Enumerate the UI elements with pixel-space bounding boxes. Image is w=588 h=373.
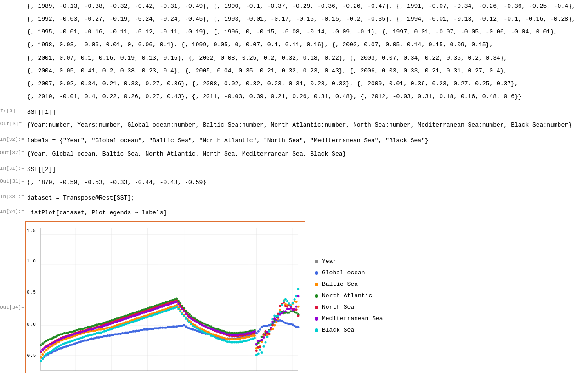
in31-content[interactable]: SST[[2]] <box>25 164 588 175</box>
cell-label <box>0 1 25 1</box>
in34-cell: In[34]:= ListPlot[dataset, PlotLegends →… <box>0 206 588 219</box>
in32-label: In[32]:= <box>0 135 25 144</box>
data-cell-3: {, 1995, -0.01, -0.16, -0.11, -0.12, -0.… <box>0 26 588 39</box>
data-line-6: {, 2004, 0.05, 0.41, 0.2, 0.38, 0.23, 0.… <box>25 66 588 77</box>
y-label-1.0: 1.0 <box>27 258 36 264</box>
data-cell-7: {, 2007, 0.02, 0.34, 0.21, 0.33, 0.27, 0… <box>0 78 588 90</box>
legend-dot-mediterranean-sea <box>315 317 318 321</box>
out31-label: Out[31]= <box>0 177 25 186</box>
in34-content[interactable]: ListPlot[dataset, PlotLegends → labels] <box>25 207 588 218</box>
legend-item-baltic-sea: Baltic Sea <box>315 281 383 288</box>
legend-label-year: Year <box>322 258 336 265</box>
y-label-0.5: 0.5 <box>27 289 36 295</box>
in34-label: In[34]:= <box>0 207 25 216</box>
out31-content: {, 1870, -0.59, -0.53, -0.33, -0.44, -0.… <box>25 177 588 188</box>
legend-label-baltic-sea: Baltic Sea <box>322 281 358 288</box>
out32-label: Out[32]= <box>0 149 25 157</box>
cell-label <box>0 66 25 66</box>
cell-label <box>0 27 25 27</box>
legend-dot-global-ocean <box>315 271 318 275</box>
legend-dot-year <box>315 260 318 263</box>
data-cell-4: {, 1998, 0.03, -0.06, 0.01, 0, 0.06, 0.1… <box>0 39 588 51</box>
legend-item-mediterranean-sea: Mediterranean Sea <box>315 315 383 322</box>
data-line-8: {, 2010, -0.01, 0.4, 0.22, 0.26, 0.27, 0… <box>25 91 588 102</box>
data-cell-5: {, 2001, 0.07, 0.1, 0.16, 0.19, 0.13, 0.… <box>0 52 588 65</box>
legend-label-north-atlantic: North Atlantic <box>322 292 372 299</box>
out34-row: Out[34]= 1.5 1.0 0.5 0.0 -0.5 20 40 60 8… <box>0 221 588 373</box>
legend-label-global-ocean: Global ocean <box>322 269 365 276</box>
cell-label <box>0 78 25 79</box>
scatter-plot <box>39 226 303 373</box>
in33-cell: In[33]:= dataset = Transpose@Rest[SST]; <box>0 192 588 205</box>
out32-cell: Out[32]= {Year, Global ocean, Baltic Sea… <box>0 148 588 161</box>
legend-item-black-sea: Black Sea <box>315 327 383 334</box>
data-line-4: {, 1998, 0.03, -0.06, 0.01, 0, 0.06, 0.1… <box>25 39 588 50</box>
in32-content[interactable]: labels = {"Year", "Global ocean", "Balti… <box>25 135 588 146</box>
data-cell-2: {, 1992, -0.03, -0.27, -0.19, -0.24, -0.… <box>0 13 588 26</box>
in33-label: In[33]:= <box>0 193 25 201</box>
cell-label <box>0 91 25 92</box>
in3-cell: In[3]:= SST[[1]] <box>0 106 588 119</box>
legend-item-year: Year <box>315 258 383 265</box>
out3-cell: Out[3]= {Year:number, Years:number, Glob… <box>0 119 588 132</box>
legend-label-mediterranean-sea: Mediterranean Sea <box>322 315 383 322</box>
data-cell-8: {, 2010, -0.01, 0.4, 0.22, 0.26, 0.27, 0… <box>0 90 588 103</box>
out3-label: Out[3]= <box>0 120 25 128</box>
legend-dot-baltic-sea <box>315 283 318 286</box>
y-label-1.5: 1.5 <box>27 228 36 234</box>
data-line-1: {, 1989, -0.13, -0.38, -0.32, -0.42, -0.… <box>25 1 588 12</box>
in31-cell: In[31]:= SST[[2]] <box>0 163 588 176</box>
data-cell-6: {, 2004, 0.05, 0.41, 0.2, 0.38, 0.23, 0.… <box>0 65 588 78</box>
out3-content: {Year:number, Years:number, Global ocean… <box>25 120 588 131</box>
legend-label-black-sea: Black Sea <box>322 327 354 334</box>
legend-dot-black-sea <box>315 328 318 332</box>
in3-label: In[3]:= <box>0 107 25 116</box>
notebook: {, 1989, -0.13, -0.38, -0.32, -0.42, -0.… <box>0 0 588 373</box>
in32-cell: In[32]:= labels = {"Year", "Global ocean… <box>0 134 588 147</box>
data-line-3: {, 1995, -0.01, -0.16, -0.11, -0.12, -0.… <box>25 27 588 38</box>
legend-item-north-atlantic: North Atlantic <box>315 292 383 299</box>
in31-label: In[31]:= <box>0 164 25 173</box>
cell-label <box>0 14 25 14</box>
chart-legend: Year Global ocean Baltic Sea North Atlan… <box>315 221 383 338</box>
out31-cell: Out[31]= {, 1870, -0.59, -0.53, -0.33, -… <box>0 176 588 189</box>
data-line-2: {, 1992, -0.03, -0.27, -0.19, -0.24, -0.… <box>25 14 588 25</box>
data-line-7: {, 2007, 0.02, 0.34, 0.21, 0.33, 0.27, 0… <box>25 78 588 89</box>
cell-label <box>0 53 25 53</box>
y-label-0.0: 0.0 <box>27 322 36 327</box>
legend-dot-north-sea <box>315 306 318 309</box>
in33-content[interactable]: dataset = Transpose@Rest[SST]; <box>25 193 588 204</box>
out34-label: Out[34]= <box>0 221 25 312</box>
data-line-5: {, 2001, 0.07, 0.1, 0.16, 0.19, 0.13, 0.… <box>25 53 588 64</box>
cell-label <box>0 39 25 40</box>
chart-container: 1.5 1.0 0.5 0.0 -0.5 20 40 60 80 100 120… <box>25 221 305 373</box>
data-cell-1: {, 1989, -0.13, -0.38, -0.32, -0.42, -0.… <box>0 0 588 13</box>
plot-output: 1.5 1.0 0.5 0.0 -0.5 20 40 60 80 100 120… <box>25 221 383 373</box>
legend-item-global-ocean: Global ocean <box>315 269 383 276</box>
legend-item-north-sea: North Sea <box>315 304 383 311</box>
in3-content[interactable]: SST[[1]] <box>25 107 588 118</box>
legend-label-north-sea: North Sea <box>322 304 354 311</box>
y-label-neg0.5: -0.5 <box>24 353 36 358</box>
out32-content: {Year, Global ocean, Baltic Sea, North A… <box>25 149 588 160</box>
legend-dot-north-atlantic <box>315 294 318 298</box>
